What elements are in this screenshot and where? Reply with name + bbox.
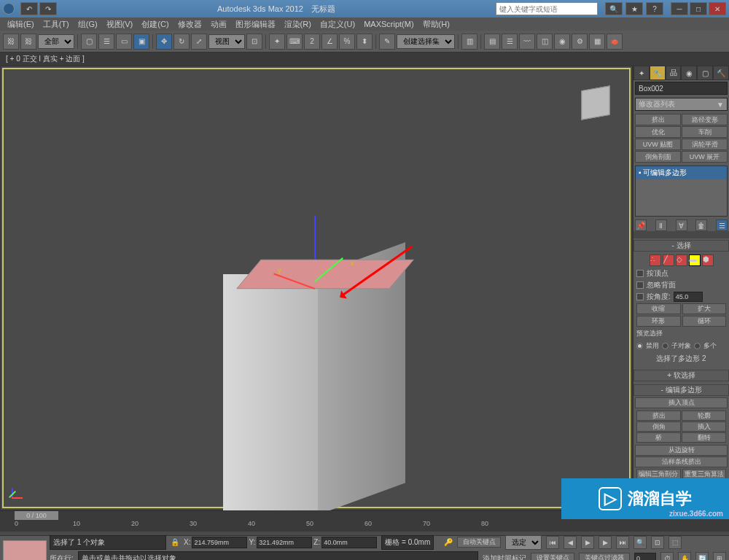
prev-frame-icon[interactable]: ◀ <box>564 536 577 549</box>
search-icon[interactable]: 🔍 <box>605 2 623 15</box>
scale-icon[interactable]: ⤢ <box>191 34 207 50</box>
mod-uvwunwrap-button[interactable]: UVW 展开 <box>682 151 728 163</box>
rotate-icon[interactable]: ↻ <box>174 34 190 50</box>
modifier-list-dropdown[interactable]: 修改器列表▼ <box>635 98 728 111</box>
stack-item-editable-poly[interactable]: ▪ 可编辑多边形 <box>636 166 727 179</box>
named-sel-dropdown[interactable]: 创建选择集 <box>397 34 455 49</box>
ring-button[interactable]: 环形 <box>636 316 681 327</box>
time-config-icon[interactable]: ⏱ <box>660 552 674 561</box>
pin-stack-icon[interactable]: 📌 <box>635 219 647 231</box>
maximize-button[interactable]: □ <box>690 2 707 15</box>
hinge-button[interactable]: 从边旋转 <box>635 445 728 456</box>
viewport[interactable]: x y <box>0 66 633 510</box>
object-name-field[interactable]: Box002 <box>635 82 728 95</box>
mirror-icon[interactable]: ▥ <box>461 34 477 50</box>
minimize-button[interactable]: ─ <box>671 2 688 15</box>
render-frame-icon[interactable]: ▦ <box>589 34 605 50</box>
border-subobj-icon[interactable]: ◇ <box>676 254 687 266</box>
curve-editor-icon[interactable]: 〰 <box>519 34 535 50</box>
layers-icon[interactable]: ☰ <box>502 34 518 50</box>
extrude-spline-button[interactable]: 沿样条线挤出 <box>635 456 728 467</box>
snap-angle-icon[interactable]: ∠ <box>321 34 338 50</box>
hierarchy-tab-icon[interactable]: 品 <box>666 66 682 80</box>
menu-graph-editors[interactable]: 图形编辑器 <box>231 19 280 30</box>
rollout-selection-header[interactable]: - 选择 <box>634 240 729 252</box>
bridge-button[interactable]: 桥 <box>636 432 681 443</box>
flip-button[interactable]: 翻转 <box>682 432 726 443</box>
vertex-subobj-icon[interactable]: ∴ <box>650 254 661 266</box>
link-icon[interactable]: ⛓ <box>3 34 19 50</box>
loop-button[interactable]: 循环 <box>682 316 727 327</box>
menu-animation[interactable]: 动画 <box>206 19 231 30</box>
menu-views[interactable]: 视图(V) <box>102 19 138 30</box>
undo-icon[interactable]: ↶ <box>20 2 38 15</box>
menu-rendering[interactable]: 渲染(R) <box>280 19 316 30</box>
render-icon[interactable]: 🫖 <box>607 34 623 50</box>
mod-pathdeform-button[interactable]: 路径变形 <box>682 114 728 125</box>
viewport-label[interactable]: [ + 0 正交 I 真实 + 边面 ] <box>0 52 729 66</box>
edge-subobj-icon[interactable]: ╱ <box>663 254 674 266</box>
snap-percent-icon[interactable]: % <box>339 34 355 50</box>
render-setup-icon[interactable]: ⚙ <box>572 34 588 50</box>
pivot-icon[interactable]: ⊡ <box>246 34 262 50</box>
key-icon[interactable]: 🔑 <box>444 538 453 546</box>
x-coord-input[interactable] <box>192 537 247 548</box>
menu-edit[interactable]: 编辑(E) <box>3 19 39 30</box>
add-time-tag[interactable]: 添加时间标记 <box>483 553 526 561</box>
mod-turbosmooth-button[interactable]: 涡轮平滑 <box>682 139 728 150</box>
by-vertex-checkbox[interactable] <box>636 270 644 277</box>
zoom-all-icon[interactable]: ⊡ <box>651 536 664 549</box>
auto-key-button[interactable]: 自动关键点 <box>457 537 501 548</box>
menu-customize[interactable]: 自定义(U) <box>316 19 359 30</box>
script-mini-listener[interactable] <box>3 540 47 561</box>
material-editor-icon[interactable]: ◉ <box>554 34 570 50</box>
play-icon[interactable]: ▶ <box>581 536 594 549</box>
grow-button[interactable]: 扩大 <box>682 303 727 314</box>
help-search-input[interactable] <box>496 2 598 15</box>
move-icon[interactable]: ✥ <box>156 34 172 50</box>
pan-icon[interactable]: ✋ <box>678 552 691 561</box>
lock-icon[interactable]: 🔒 <box>171 538 179 546</box>
inset-button[interactable]: 插入 <box>682 421 726 432</box>
select-icon[interactable]: ▢ <box>81 34 97 50</box>
favorite-icon[interactable]: ★ <box>625 2 643 15</box>
extrude-button[interactable]: 挤出 <box>636 411 681 421</box>
modifier-stack[interactable]: ▪ 可编辑多边形 <box>635 166 728 217</box>
mod-uvwmap-button[interactable]: UVW 贴图 <box>635 139 681 150</box>
menu-tools[interactable]: 工具(T) <box>39 19 74 30</box>
insert-vertex-button[interactable]: 插入顶点 <box>635 397 728 408</box>
polygon-subobj-icon[interactable]: ▬ <box>689 254 701 266</box>
ignore-backface-checkbox[interactable] <box>636 281 644 289</box>
menu-group[interactable]: 组(G) <box>74 19 102 30</box>
angle-spinner[interactable] <box>674 292 703 302</box>
keyboard-shortcut-icon[interactable]: ⌨ <box>286 34 303 50</box>
mod-optimize-button[interactable]: 优化 <box>635 126 681 138</box>
time-ruler[interactable]: 0 10 20 30 40 50 60 70 80 <box>0 520 729 532</box>
preview-off-radio[interactable] <box>636 343 643 349</box>
create-tab-icon[interactable]: ✦ <box>634 66 650 80</box>
manipulate-icon[interactable]: ✦ <box>269 34 285 50</box>
show-end-result-icon[interactable]: Ⅱ <box>655 219 667 231</box>
zoom-extents-icon[interactable]: ⬚ <box>668 536 682 549</box>
current-frame-input[interactable] <box>634 553 656 561</box>
display-tab-icon[interactable]: ▢ <box>697 66 713 80</box>
align-icon[interactable]: ▤ <box>484 34 500 50</box>
selection-filter-dropdown[interactable]: 全部 <box>38 34 74 49</box>
spinner-snap-icon[interactable]: ⬍ <box>356 34 373 50</box>
time-slider-handle[interactable]: 0 / 100 <box>15 511 58 520</box>
outline-button[interactable]: 轮廓 <box>682 411 726 421</box>
mod-lathe-button[interactable]: 车削 <box>682 126 728 138</box>
mod-extrude-button[interactable]: 挤出 <box>635 114 681 125</box>
select-region-icon[interactable]: ▭ <box>116 34 132 50</box>
make-unique-icon[interactable]: ∀ <box>676 219 687 231</box>
rollout-soft-sel-header[interactable]: + 软选择 <box>634 370 729 381</box>
element-subobj-icon[interactable]: ⬢ <box>702 254 714 266</box>
max-viewport-icon[interactable]: ⊞ <box>713 552 726 561</box>
shrink-button[interactable]: 收缩 <box>636 303 681 314</box>
menu-create[interactable]: 创建(C) <box>137 19 173 30</box>
menu-modifiers[interactable]: 修改器 <box>174 19 206 30</box>
key-filters-button[interactable]: 关键点过滤器 <box>579 553 630 560</box>
edit-named-sel-icon[interactable]: ✎ <box>379 34 395 50</box>
snap-2d-icon[interactable]: 2 <box>304 34 320 50</box>
z-coord-input[interactable] <box>321 537 377 548</box>
